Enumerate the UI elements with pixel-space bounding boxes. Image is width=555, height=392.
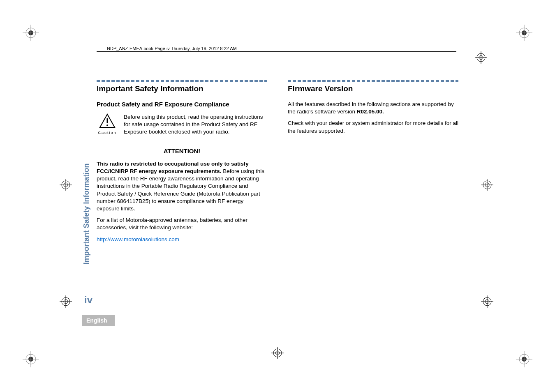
caution-icon: Caution bbox=[97, 113, 118, 136]
right-column: Firmware Version All the features descri… bbox=[288, 80, 458, 243]
language-tab: English bbox=[82, 315, 115, 326]
registration-mark-icon bbox=[60, 179, 72, 191]
crop-mark-bottom-right bbox=[516, 351, 532, 367]
crop-mark-top-left bbox=[23, 25, 39, 41]
safety-heading: Important Safety Information bbox=[97, 84, 267, 93]
caution-block: Caution Before using this product, read … bbox=[97, 113, 267, 136]
firmware-version-number: R02.05.00. bbox=[357, 108, 384, 115]
content-area: Important Safety Information Product Saf… bbox=[97, 80, 458, 243]
registration-mark-icon bbox=[475, 51, 487, 64]
attention-heading: ATTENTION! bbox=[97, 148, 267, 154]
motorola-link[interactable]: http://www.motorolasolutions.com bbox=[97, 236, 267, 243]
firmware-para1: All the features described in the follow… bbox=[288, 101, 458, 115]
accessories-text: For a list of Motorola-approved antennas… bbox=[97, 217, 267, 231]
registration-mark-icon bbox=[481, 179, 493, 191]
caution-label: Caution bbox=[97, 131, 118, 135]
left-column: Important Safety Information Product Saf… bbox=[97, 80, 267, 243]
svg-point-42 bbox=[106, 125, 108, 126]
attention-paragraph: This radio is restricted to occupational… bbox=[97, 160, 267, 213]
registration-mark-icon bbox=[60, 295, 72, 308]
side-tab-text: Important Safety Information bbox=[82, 163, 91, 264]
crop-mark-bottom-left bbox=[23, 351, 39, 367]
caution-text: Before using this product, read the oper… bbox=[124, 113, 267, 136]
registration-mark-icon bbox=[481, 295, 493, 308]
compliance-subheading: Product Safety and RF Exposure Complianc… bbox=[97, 101, 267, 108]
registration-mark-icon bbox=[271, 347, 284, 359]
header-filename: NDP_ANZ-EMEA.book Page iv Thursday, July… bbox=[107, 46, 237, 51]
firmware-heading: Firmware Version bbox=[288, 84, 458, 93]
page-number: iv bbox=[84, 294, 92, 306]
attention-rest-text: Before using this product, read the RF e… bbox=[97, 168, 264, 212]
section-divider bbox=[97, 80, 267, 82]
crop-mark-top-right bbox=[516, 25, 532, 41]
side-tab: Important Safety Information bbox=[80, 152, 92, 275]
firmware-para2: Check with your dealer or system adminis… bbox=[288, 120, 458, 134]
section-divider bbox=[288, 80, 458, 82]
header-rule bbox=[97, 51, 456, 52]
